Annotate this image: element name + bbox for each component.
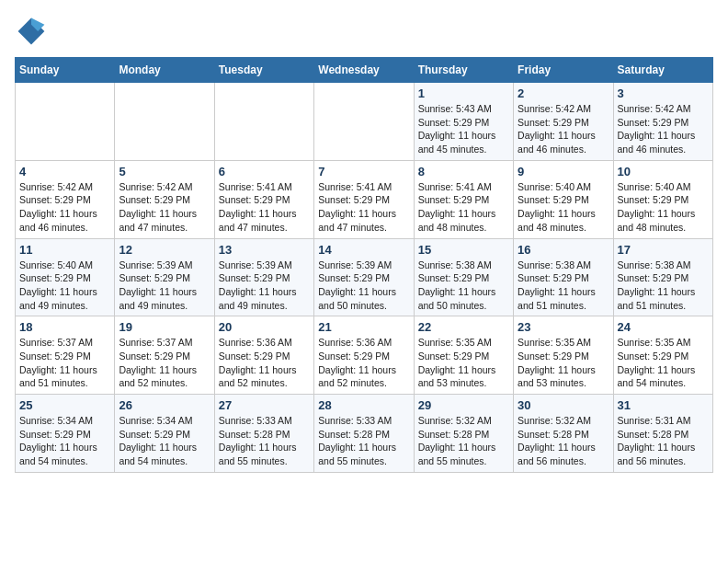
- calendar-cell: 6Sunrise: 5:41 AM Sunset: 5:29 PM Daylig…: [214, 160, 313, 238]
- day-info: Sunrise: 5:36 AM Sunset: 5:29 PM Dayligh…: [318, 336, 409, 390]
- logo: [15, 15, 51, 48]
- day-info: Sunrise: 5:40 AM Sunset: 5:29 PM Dayligh…: [518, 180, 609, 235]
- day-info: Sunrise: 5:41 AM Sunset: 5:29 PM Dayligh…: [418, 180, 509, 235]
- calendar-cell: 12Sunrise: 5:39 AM Sunset: 5:29 PM Dayli…: [115, 238, 214, 316]
- header-row: SundayMondayTuesdayWednesdayThursdayFrid…: [16, 58, 713, 83]
- week-row-5: 25Sunrise: 5:34 AM Sunset: 5:29 PM Dayli…: [16, 395, 713, 473]
- day-number: 10: [618, 165, 709, 178]
- calendar-table: SundayMondayTuesdayWednesdayThursdayFrid…: [15, 57, 713, 473]
- day-number: 7: [318, 165, 409, 178]
- day-info: Sunrise: 5:41 AM Sunset: 5:29 PM Dayligh…: [318, 180, 409, 235]
- day-info: Sunrise: 5:38 AM Sunset: 5:29 PM Dayligh…: [618, 259, 709, 313]
- day-number: 24: [618, 320, 709, 334]
- calendar-cell: 22Sunrise: 5:35 AM Sunset: 5:29 PM Dayli…: [414, 316, 513, 395]
- day-info: Sunrise: 5:31 AM Sunset: 5:28 PM Dayligh…: [618, 414, 709, 468]
- day-number: 12: [119, 243, 210, 257]
- header-friday: Friday: [514, 58, 613, 83]
- header-wednesday: Wednesday: [314, 58, 414, 83]
- calendar-cell: [115, 83, 214, 161]
- calendar-cell: 23Sunrise: 5:35 AM Sunset: 5:29 PM Dayli…: [514, 316, 613, 395]
- calendar-cell: [16, 83, 115, 161]
- day-number: 21: [318, 320, 409, 334]
- calendar-header: SundayMondayTuesdayWednesdayThursdayFrid…: [16, 58, 713, 83]
- day-info: Sunrise: 5:35 AM Sunset: 5:29 PM Dayligh…: [618, 336, 709, 390]
- calendar-cell: 30Sunrise: 5:32 AM Sunset: 5:28 PM Dayli…: [514, 395, 613, 473]
- day-number: 22: [418, 320, 509, 334]
- page-header: [15, 15, 713, 48]
- calendar-cell: 15Sunrise: 5:38 AM Sunset: 5:29 PM Dayli…: [414, 238, 513, 316]
- calendar-cell: 18Sunrise: 5:37 AM Sunset: 5:29 PM Dayli…: [16, 316, 115, 395]
- week-row-2: 4Sunrise: 5:42 AM Sunset: 5:29 PM Daylig…: [16, 160, 713, 238]
- day-info: Sunrise: 5:32 AM Sunset: 5:28 PM Dayligh…: [418, 414, 509, 468]
- day-number: 15: [418, 243, 509, 257]
- calendar-cell: 4Sunrise: 5:42 AM Sunset: 5:29 PM Daylig…: [16, 160, 115, 238]
- calendar-cell: 17Sunrise: 5:38 AM Sunset: 5:29 PM Dayli…: [613, 238, 712, 316]
- day-number: 28: [318, 398, 409, 412]
- day-info: Sunrise: 5:40 AM Sunset: 5:29 PM Dayligh…: [618, 180, 709, 235]
- day-number: 19: [119, 320, 210, 334]
- header-sunday: Sunday: [16, 58, 115, 83]
- calendar-cell: 21Sunrise: 5:36 AM Sunset: 5:29 PM Dayli…: [314, 316, 414, 395]
- day-info: Sunrise: 5:35 AM Sunset: 5:29 PM Dayligh…: [418, 336, 509, 390]
- day-info: Sunrise: 5:38 AM Sunset: 5:29 PM Dayligh…: [518, 259, 609, 313]
- calendar-cell: 14Sunrise: 5:39 AM Sunset: 5:29 PM Dayli…: [314, 238, 414, 316]
- day-info: Sunrise: 5:42 AM Sunset: 5:29 PM Dayligh…: [518, 102, 609, 156]
- day-number: 16: [518, 243, 609, 257]
- day-info: Sunrise: 5:35 AM Sunset: 5:29 PM Dayligh…: [518, 336, 609, 390]
- day-info: Sunrise: 5:34 AM Sunset: 5:29 PM Dayligh…: [19, 414, 110, 468]
- day-number: 6: [219, 165, 310, 178]
- day-info: Sunrise: 5:33 AM Sunset: 5:28 PM Dayligh…: [219, 414, 310, 468]
- day-info: Sunrise: 5:42 AM Sunset: 5:29 PM Dayligh…: [19, 180, 110, 235]
- calendar-cell: 31Sunrise: 5:31 AM Sunset: 5:28 PM Dayli…: [613, 395, 712, 473]
- day-number: 5: [119, 165, 210, 178]
- calendar-cell: 1Sunrise: 5:43 AM Sunset: 5:29 PM Daylig…: [414, 83, 513, 161]
- day-number: 26: [119, 398, 210, 412]
- week-row-1: 1Sunrise: 5:43 AM Sunset: 5:29 PM Daylig…: [16, 83, 713, 161]
- calendar-cell: 3Sunrise: 5:42 AM Sunset: 5:29 PM Daylig…: [613, 83, 712, 161]
- day-info: Sunrise: 5:40 AM Sunset: 5:29 PM Dayligh…: [19, 259, 110, 313]
- header-tuesday: Tuesday: [214, 58, 313, 83]
- calendar-cell: 27Sunrise: 5:33 AM Sunset: 5:28 PM Dayli…: [214, 395, 313, 473]
- calendar-cell: [314, 83, 414, 161]
- day-number: 2: [518, 86, 609, 100]
- day-info: Sunrise: 5:37 AM Sunset: 5:29 PM Dayligh…: [19, 336, 110, 390]
- day-number: 11: [19, 243, 110, 257]
- day-info: Sunrise: 5:33 AM Sunset: 5:28 PM Dayligh…: [318, 414, 409, 468]
- calendar-cell: 13Sunrise: 5:39 AM Sunset: 5:29 PM Dayli…: [214, 238, 313, 316]
- calendar-cell: 16Sunrise: 5:38 AM Sunset: 5:29 PM Dayli…: [514, 238, 613, 316]
- calendar-cell: 11Sunrise: 5:40 AM Sunset: 5:29 PM Dayli…: [16, 238, 115, 316]
- calendar-cell: 26Sunrise: 5:34 AM Sunset: 5:29 PM Dayli…: [115, 395, 214, 473]
- header-monday: Monday: [115, 58, 214, 83]
- day-number: 20: [219, 320, 310, 334]
- day-info: Sunrise: 5:34 AM Sunset: 5:29 PM Dayligh…: [119, 414, 210, 468]
- day-info: Sunrise: 5:39 AM Sunset: 5:29 PM Dayligh…: [318, 259, 409, 313]
- calendar-cell: 5Sunrise: 5:42 AM Sunset: 5:29 PM Daylig…: [115, 160, 214, 238]
- calendar-cell: 7Sunrise: 5:41 AM Sunset: 5:29 PM Daylig…: [314, 160, 414, 238]
- day-number: 14: [318, 243, 409, 257]
- calendar-cell: 8Sunrise: 5:41 AM Sunset: 5:29 PM Daylig…: [414, 160, 513, 238]
- header-saturday: Saturday: [613, 58, 712, 83]
- day-number: 4: [19, 165, 110, 178]
- calendar-cell: 24Sunrise: 5:35 AM Sunset: 5:29 PM Dayli…: [613, 316, 712, 395]
- day-number: 31: [618, 398, 709, 412]
- day-number: 25: [19, 398, 110, 412]
- day-number: 27: [219, 398, 310, 412]
- day-info: Sunrise: 5:38 AM Sunset: 5:29 PM Dayligh…: [418, 259, 509, 313]
- calendar-cell: 28Sunrise: 5:33 AM Sunset: 5:28 PM Dayli…: [314, 395, 414, 473]
- header-thursday: Thursday: [414, 58, 513, 83]
- day-info: Sunrise: 5:32 AM Sunset: 5:28 PM Dayligh…: [518, 414, 609, 468]
- calendar-cell: [214, 83, 313, 161]
- day-info: Sunrise: 5:42 AM Sunset: 5:29 PM Dayligh…: [119, 180, 210, 235]
- day-info: Sunrise: 5:43 AM Sunset: 5:29 PM Dayligh…: [418, 102, 509, 156]
- day-number: 13: [219, 243, 310, 257]
- day-info: Sunrise: 5:39 AM Sunset: 5:29 PM Dayligh…: [119, 259, 210, 313]
- day-info: Sunrise: 5:42 AM Sunset: 5:29 PM Dayligh…: [618, 102, 709, 156]
- day-info: Sunrise: 5:37 AM Sunset: 5:29 PM Dayligh…: [119, 336, 210, 390]
- calendar-cell: 2Sunrise: 5:42 AM Sunset: 5:29 PM Daylig…: [514, 83, 613, 161]
- day-info: Sunrise: 5:36 AM Sunset: 5:29 PM Dayligh…: [219, 336, 310, 390]
- logo-icon: [15, 15, 48, 48]
- day-number: 1: [418, 86, 509, 100]
- calendar-body: 1Sunrise: 5:43 AM Sunset: 5:29 PM Daylig…: [16, 83, 713, 473]
- day-number: 30: [518, 398, 609, 412]
- calendar-cell: 29Sunrise: 5:32 AM Sunset: 5:28 PM Dayli…: [414, 395, 513, 473]
